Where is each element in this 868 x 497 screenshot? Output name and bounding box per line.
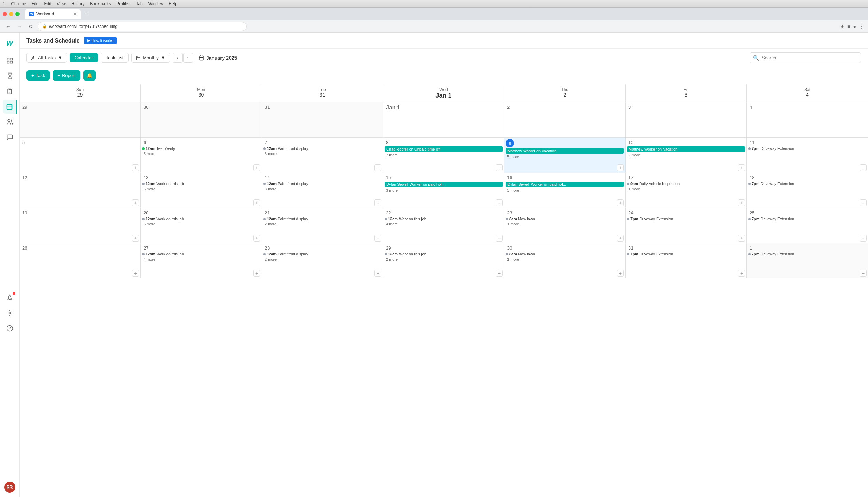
sidebar-item-calendar[interactable] <box>3 100 17 114</box>
add-task-button[interactable]: + Task <box>26 70 50 81</box>
add-event-24[interactable]: + <box>738 235 745 242</box>
event-8-1[interactable]: Chad Roofer on Unpaid time-off <box>385 146 503 152</box>
more-btn-20[interactable]: 5 more <box>142 222 157 227</box>
event-22-1[interactable]: 12am Work on this job <box>385 217 503 221</box>
sidebar-item-messages[interactable] <box>3 130 17 144</box>
reload-button[interactable]: ↻ <box>26 22 35 31</box>
add-event-13[interactable]: + <box>253 199 260 206</box>
more-btn-17[interactable]: 1 more <box>627 186 642 191</box>
event-25-1[interactable]: 7pm Driveway Extension <box>748 217 867 221</box>
sidebar-item-tasks[interactable] <box>3 69 17 83</box>
tasklist-view-button[interactable]: Task List <box>101 53 129 63</box>
add-event-16[interactable]: + <box>617 199 624 206</box>
minimize-button[interactable] <box>9 12 13 16</box>
add-event-30[interactable]: + <box>617 270 624 277</box>
url-bar[interactable]: 🔒 workyard.com/u/org/4731/scheduling <box>38 22 247 31</box>
bookmark-button[interactable]: ★ <box>840 24 845 29</box>
event-14-1[interactable]: 12am Paint front display <box>263 182 381 186</box>
more-btn-8[interactable]: 7 more <box>385 153 399 158</box>
more-btn-16[interactable]: 3 more <box>506 188 520 193</box>
add-event-14[interactable]: + <box>374 199 381 206</box>
event-18-1[interactable]: 7pm Driveway Extension <box>748 182 867 186</box>
sidebar-item-rocket[interactable] <box>3 291 17 305</box>
menu-history[interactable]: History <box>71 1 84 6</box>
more-btn-15[interactable]: 3 more <box>385 188 399 193</box>
add-report-button[interactable]: + Report <box>53 70 80 81</box>
add-event-22[interactable]: + <box>496 235 503 242</box>
search-input[interactable] <box>750 52 861 63</box>
tab-close-button[interactable]: ✕ <box>73 12 77 16</box>
maximize-button[interactable] <box>15 12 20 16</box>
add-event-28[interactable]: + <box>374 270 381 277</box>
profile-button[interactable]: ● <box>853 24 856 29</box>
menu-profiles[interactable]: Profiles <box>116 1 130 6</box>
sidebar-item-settings[interactable] <box>3 306 17 320</box>
add-event-26[interactable]: + <box>132 270 139 277</box>
event-6-1[interactable]: 12am Test Yearly <box>142 146 260 151</box>
event-27-1[interactable]: 12am Work on this job <box>142 252 260 256</box>
add-event-5[interactable]: + <box>132 164 139 171</box>
sidebar-item-reports[interactable] <box>3 84 17 98</box>
how-it-works-button[interactable]: ▶ How it works <box>84 37 117 44</box>
add-event-23[interactable]: + <box>617 235 624 242</box>
menu-edit[interactable]: Edit <box>44 1 51 6</box>
more-btn-22[interactable]: 4 more <box>385 222 399 227</box>
more-btn-29[interactable]: 2 more <box>385 257 399 262</box>
event-15-1[interactable]: Dylan Sewell Worker on paid hol... <box>385 182 503 187</box>
event-16-1[interactable]: Dylan Sewell Worker on paid hol... <box>506 182 624 187</box>
add-event-29[interactable]: + <box>496 270 503 277</box>
add-event-10[interactable]: + <box>738 164 745 171</box>
menu-button[interactable]: ⋮ <box>859 24 864 29</box>
more-btn-23[interactable]: 1 more <box>506 222 520 227</box>
add-event-31[interactable]: + <box>738 270 745 277</box>
event-17-1[interactable]: 9am Daily Vehicle Inspection <box>627 182 745 186</box>
more-btn-27[interactable]: 4 more <box>142 257 157 262</box>
add-event-21[interactable]: + <box>374 235 381 242</box>
add-event-17[interactable]: + <box>738 199 745 206</box>
add-event-25[interactable]: + <box>860 235 867 242</box>
sidebar-item-people[interactable] <box>3 115 17 129</box>
monthly-dropdown[interactable]: Monthly ▼ <box>131 53 170 63</box>
add-event-12[interactable]: + <box>132 199 139 206</box>
event-31-1[interactable]: 7pm Driveway Extension <box>627 252 745 256</box>
menu-help[interactable]: Help <box>169 1 177 6</box>
menu-view[interactable]: View <box>57 1 66 6</box>
more-btn-10[interactable]: 2 more <box>627 153 642 158</box>
more-btn-14[interactable]: 3 more <box>263 186 278 191</box>
event-28-1[interactable]: 12am Paint front display <box>263 252 381 256</box>
event-30-1[interactable]: 8am Mow lawn <box>506 252 624 256</box>
close-button[interactable] <box>3 12 7 16</box>
active-tab[interactable]: W Workyard ✕ <box>25 9 81 19</box>
menu-bookmarks[interactable]: Bookmarks <box>90 1 111 6</box>
more-btn-6[interactable]: 5 more <box>142 151 157 156</box>
sidebar-item-dashboard[interactable] <box>3 54 17 68</box>
add-event-27[interactable]: + <box>253 270 260 277</box>
sidebar-item-help[interactable] <box>3 321 17 335</box>
more-btn-30[interactable]: 1 more <box>506 257 520 262</box>
forward-button[interactable]: → <box>15 22 24 31</box>
event-9-1[interactable]: Matthew Worker on Vacation <box>506 148 624 154</box>
menu-file[interactable]: File <box>32 1 38 6</box>
event-13-1[interactable]: 12am Work on this job <box>142 182 260 186</box>
event-29-1[interactable]: 12am Work on this job <box>385 252 503 256</box>
add-event-feb1[interactable]: + <box>860 270 867 277</box>
event-24-1[interactable]: 7pm Driveway Extension <box>627 217 745 221</box>
notification-button[interactable]: 🔔 <box>83 70 96 81</box>
add-event-18[interactable]: + <box>860 199 867 206</box>
event-23-1[interactable]: 8am Mow lawn <box>506 217 624 221</box>
add-event-9[interactable]: + <box>617 164 624 171</box>
back-button[interactable]: ← <box>4 22 13 31</box>
more-btn-13[interactable]: 5 more <box>142 186 157 191</box>
menu-chrome[interactable]: Chrome <box>11 1 26 6</box>
add-event-11[interactable]: + <box>860 164 867 171</box>
more-btn-28[interactable]: 2 more <box>263 257 278 262</box>
prev-month-button[interactable]: ‹ <box>173 53 183 63</box>
new-tab-button[interactable]: + <box>82 9 92 19</box>
event-11-1[interactable]: 7pm Driveway Extension <box>748 146 867 151</box>
next-month-button[interactable]: › <box>183 53 193 63</box>
all-tasks-dropdown[interactable]: All Tasks ▼ <box>26 53 67 63</box>
event-7-1[interactable]: 12am Paint front display <box>263 146 381 151</box>
event-10-1[interactable]: Matthew Worker on Vacation <box>627 146 745 152</box>
event-21-1[interactable]: 12am Paint front display <box>263 217 381 221</box>
add-event-20[interactable]: + <box>253 235 260 242</box>
